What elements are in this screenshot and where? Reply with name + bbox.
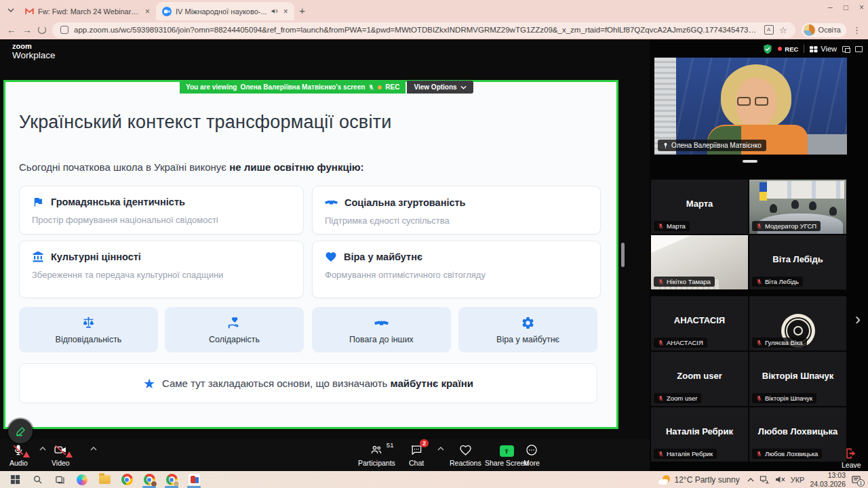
tab-close-icon[interactable]: ×: [283, 7, 288, 16]
handshake-icon: [325, 196, 338, 209]
task-view-button[interactable]: [52, 472, 68, 488]
weather-icon: [658, 475, 671, 485]
tab-zoom-meeting[interactable]: IV Міжнародної науково-... ×: [156, 2, 294, 20]
new-tab-button[interactable]: +: [294, 2, 311, 18]
shield-check-icon[interactable]: [763, 44, 772, 54]
notification-badge: 1: [857, 479, 865, 487]
reactions-button[interactable]: Reactions: [450, 443, 481, 467]
back-button[interactable]: ←: [7, 24, 16, 35]
chevron-down-icon: [460, 85, 467, 89]
window-maximize-button[interactable]: □: [844, 3, 848, 12]
flag-icon: [32, 196, 44, 208]
chat-options-caret[interactable]: [437, 447, 444, 451]
next-page-chevron[interactable]: ›: [855, 310, 861, 329]
viewing-banner: You are viewing Олена Валеріївна Матвієн…: [180, 81, 473, 94]
chrome-button[interactable]: [119, 472, 135, 488]
more-icon: [525, 443, 538, 457]
participants-button[interactable]: 51 Participants: [358, 443, 395, 467]
keyboard-language[interactable]: УКР: [791, 476, 805, 484]
file-explorer-button[interactable]: [96, 472, 113, 488]
video-button[interactable]: Video: [52, 443, 70, 467]
pin-icon: [663, 142, 669, 149]
bookmark-star-icon[interactable]: ☆: [779, 25, 787, 35]
meeting-toolbar: Audio Video 51 Participants 2 Chat: [0, 439, 650, 471]
notification-center-button[interactable]: 1: [851, 474, 861, 485]
participant-tile-nataliia[interactable]: Наталія Ребрик Наталія Ребрик: [651, 407, 748, 462]
audio-button[interactable]: Audio: [9, 443, 28, 467]
participants-count: 51: [387, 441, 394, 449]
card-social-cohesion: Соціальна згуртованість Підтримка єдност…: [312, 186, 601, 235]
tab-close-icon[interactable]: ×: [145, 7, 150, 16]
tab-audio-icon[interactable]: [271, 8, 278, 14]
forward-button[interactable]: →: [22, 24, 32, 35]
popout-video-button[interactable]: [855, 46, 863, 52]
participant-tile-moderator[interactable]: Модератор УГСП: [749, 180, 846, 234]
mic-muted-icon: [756, 223, 762, 230]
chat-button[interactable]: 2 Chat: [409, 443, 424, 467]
participant-tile-liubov[interactable]: Любов Лохвицька Любов Лохвицька: [749, 407, 846, 462]
pinned-app-button[interactable]: [186, 472, 202, 488]
chat-unread-badge: 2: [420, 439, 429, 447]
chrome-profile2-button[interactable]: [163, 472, 180, 488]
view-button[interactable]: View: [810, 45, 837, 53]
minimize-video-button[interactable]: [842, 46, 850, 52]
scales-icon: [81, 316, 96, 330]
gear-icon: [521, 316, 535, 330]
clock[interactable]: 13:03 24.03.2026: [810, 471, 846, 487]
participant-tile-anastasia[interactable]: АНАСТАСІЯ АНАСТАСІЯ: [651, 296, 748, 350]
mic-muted-icon: [658, 279, 664, 285]
mic-muted-icon: [756, 279, 762, 285]
participants-icon: [369, 443, 384, 457]
heart-icon: [325, 251, 337, 263]
reload-button[interactable]: [38, 26, 46, 34]
mic-muted-icon: [756, 395, 762, 402]
tray-expand-icon[interactable]: [747, 478, 754, 482]
participant-tile-vita[interactable]: Віта Лебідь Віта Лебідь: [749, 235, 846, 289]
value-card-respect: Повага до інших: [312, 307, 451, 352]
tab-search-chevron-icon[interactable]: [3, 2, 19, 18]
participant-tile-nikitko[interactable]: Нікітко Тамара: [651, 235, 748, 289]
window-close-button[interactable]: ×: [859, 3, 864, 12]
profile-avatar: [804, 24, 815, 36]
tab-title: Fw: Fwd: March 24 Webinar wit...: [38, 7, 140, 16]
share-screen-button[interactable]: Share Screen: [485, 443, 528, 467]
weather-widget[interactable]: 12°C Partly sunny: [658, 475, 740, 485]
panel-resize-handle[interactable]: [621, 243, 625, 267]
presentation-intro: Сьогодні початкова школа в Україні викон…: [19, 161, 364, 173]
gmail-icon: [25, 8, 34, 15]
audio-options-caret[interactable]: [39, 447, 46, 451]
browser-menu-icon[interactable]: ⋮: [852, 25, 861, 35]
windows-taskbar: 12°C Partly sunny УКР 13:03 24.03.2026 1: [0, 471, 868, 488]
panel-drag-handle[interactable]: [743, 160, 757, 163]
window-minimize-button[interactable]: –: [828, 3, 833, 12]
leave-button[interactable]: Leave: [842, 447, 861, 469]
mic-muted-icon: [658, 340, 664, 346]
annotate-button[interactable]: [8, 419, 33, 443]
browser-profile-chip[interactable]: Освіта: [802, 23, 846, 37]
participant-tile-marta[interactable]: Марта Марта: [651, 180, 748, 234]
copilot-button[interactable]: [74, 472, 90, 488]
participant-label: Вікторія Шпачук: [752, 393, 816, 403]
participant-tile-huliaieva[interactable]: Гуляєва Віка: [749, 296, 846, 350]
recording-dot-icon: [378, 85, 382, 89]
network-icon[interactable]: [760, 475, 770, 484]
start-button[interactable]: [7, 472, 23, 488]
bank-icon: [32, 251, 44, 263]
tab-title: IV Міжнародної науково-...: [176, 7, 267, 16]
participant-tile-zoom-user[interactable]: Zoom user Zoom user: [651, 352, 748, 406]
speaker-video-tile[interactable]: Олена Валеріївна Матвієнко: [654, 58, 847, 155]
url-field[interactable]: app.zoom.us/wc/5939893106/join?omn=88244…: [52, 22, 795, 38]
search-button[interactable]: [29, 472, 45, 488]
zoom-meeting-window: zoom Workplace You are viewing Олена Вал…: [0, 39, 868, 471]
mic-muted-icon: [756, 340, 762, 346]
view-options-button[interactable]: View Options: [407, 81, 473, 94]
video-options-caret[interactable]: [90, 447, 97, 451]
more-button[interactable]: More: [524, 443, 540, 467]
translate-icon[interactable]: A: [764, 25, 774, 35]
volume-muted-icon[interactable]: [775, 476, 785, 483]
participant-tile-viktoriia[interactable]: Вікторія Шпачук Вікторія Шпачук: [749, 352, 846, 406]
site-settings-icon[interactable]: [60, 26, 68, 34]
footer-callout: ★ Саме тут закладаються основи, що визна…: [19, 363, 597, 403]
tab-gmail[interactable]: Fw: Fwd: March 24 Webinar wit... ×: [19, 2, 156, 20]
chrome-profile1-button[interactable]: [141, 472, 157, 488]
